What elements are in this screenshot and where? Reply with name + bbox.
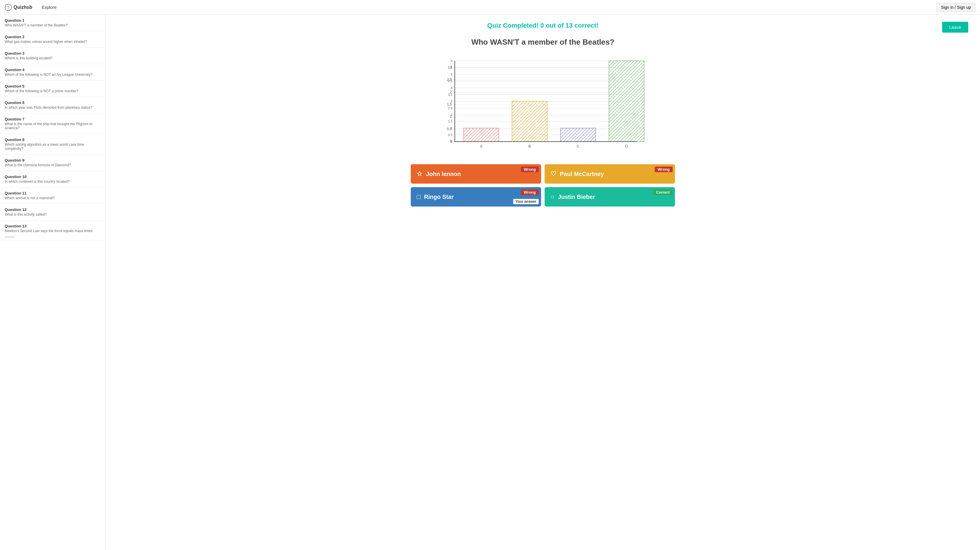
sidebar-item-subtitle: Where is this building located? [5,56,101,60]
svg-text:2.5: 2.5 [448,106,452,110]
sidebar-item-subtitle: What gas makes voices sound higher when … [5,40,101,44]
svg-rect-55 [560,128,596,142]
sidebar-item-1[interactable]: Question 1 Who WASN'T a member of the Be… [0,15,105,31]
logo-icon: ? [5,4,12,11]
sidebar-item-subtitle: Which of the following is NOT an Ivy Lea… [5,73,101,77]
svg-text:0.5: 0.5 [448,133,452,137]
sidebar: Question 1 Who WASN'T a member of the Be… [0,15,106,550]
answer-icon-C: □ [417,193,420,201]
answer-btn-B[interactable]: ♡ Paul McCartney Wrong [545,164,675,183]
answer-label-D: Justin Bieber [558,194,595,200]
leave-button[interactable]: Leave [942,22,968,33]
sidebar-item-subtitle: Which sorting algorithm as a lower worst… [5,142,101,151]
svg-text:4.5: 4.5 [448,79,452,83]
completed-banner: Quiz Completed! 0 out of 13 correct! [118,22,968,29]
sidebar-item-title: Question 2 [5,35,101,39]
sidebar-item-6[interactable]: Question 6 In which year was Pluto demot… [0,97,105,113]
bar-chart: 0 0.5 1 1.5 2 2.5 [437,55,649,155]
answer-icon-A: ☆ [417,170,423,178]
sidebar-item-2[interactable]: Question 2 What gas makes voices sound h… [0,31,105,48]
answer-label-A: John lennon [426,171,461,177]
svg-text:3: 3 [451,100,452,103]
logo[interactable]: ? Quizhub [5,4,32,11]
sidebar-item-8[interactable]: Question 8 Which sorting algorithm as a … [0,134,105,155]
svg-text:5: 5 [451,73,452,76]
sidebar-item-5[interactable]: Question 5 Which of the following is NOT… [0,81,105,97]
sidebar-item-title: Question 9 [5,158,101,163]
svg-text:D: D [625,144,628,148]
sidebar-item-title: Question 5 [5,84,101,88]
sidebar-item-7[interactable]: Question 7 What is the name of the ship … [0,113,105,134]
svg-text:5.5: 5.5 [448,66,452,69]
svg-text:1.5: 1.5 [448,120,452,123]
sidebar-item-subtitle: Who WASN'T a member of the Beatles? [5,23,101,27]
sidebar-item-title: Question 1 [5,18,101,22]
svg-rect-51 [464,128,499,142]
svg-text:B: B [528,144,531,148]
answer-label-C: Ringo Star [424,194,453,200]
svg-rect-53 [512,101,547,142]
sidebar-item-13[interactable]: Question 13 Newton's Second Law says the… [0,220,105,241]
sidebar-item-subtitle: What is the chemical formula of Diamond? [5,163,101,167]
svg-text:4: 4 [451,86,452,89]
svg-text:6: 6 [451,59,452,62]
chart-container: 0 0.5 1 1.5 2 2.5 [118,55,968,155]
answer-icon-D: ○ [550,193,554,201]
sidebar-item-9[interactable]: Question 9 What is the chemical formula … [0,155,105,171]
answer-grid: ☆ John lennon Wrong ♡ Paul McCartney Wro… [411,164,675,207]
sidebar-item-10[interactable]: Question 10 In which continent is this c… [0,171,105,187]
sidebar-item-subtitle: Which animal is not a mammal? [5,196,101,200]
sidebar-item-title: Question 11 [5,191,101,195]
content-area: Leave Quiz Completed! 0 out of 13 correc… [106,15,980,550]
sidebar-item-subtitle: In which continent is this country locat… [5,180,101,183]
question-title: Who WASN'T a member of the Beatles? [118,38,968,47]
sidebar-item-subtitle: What is the name of the ship that brough… [5,122,101,130]
answer-icon-B: ♡ [550,170,556,178]
answer-btn-A[interactable]: ☆ John lennon Wrong [411,164,541,183]
sidebar-item-title: Question 13 [5,224,101,228]
signin-button[interactable]: Sign in / Sign up [937,3,975,12]
navbar: ? Quizhub Explore Sign in / Sign up [0,0,980,15]
sidebar-item-4[interactable]: Question 4 Which of the following is NOT… [0,64,105,81]
sidebar-item-subtitle: Which of the following is NOT a prime nu… [5,89,101,93]
sidebar-item-title: Question 4 [5,68,101,72]
svg-text:3.5: 3.5 [448,93,452,96]
sidebar-item-12[interactable]: Question 12 What is this activity called… [0,204,105,220]
sidebar-item-title: Question 3 [5,51,101,56]
svg-text:C: C [577,144,579,148]
main-container: Question 1 Who WASN'T a member of the Be… [0,15,980,550]
answer-btn-D[interactable]: ○ Justin Bieber Correct [545,187,675,207]
answer-badge-B: Wrong [655,167,673,172]
sidebar-item-title: Question 7 [5,117,101,121]
answer-label-B: Paul McCartney [560,171,604,177]
svg-text:0: 0 [451,140,452,143]
logo-text: Quizhub [13,5,32,10]
svg-text:2: 2 [451,113,452,116]
sidebar-item-title: Question 6 [5,100,101,105]
svg-text:1: 1 [451,126,452,130]
explore-link[interactable]: Explore [38,5,60,10]
sidebar-item-3[interactable]: Question 3 Where is this building locate… [0,48,105,64]
sidebar-item-title: Question 8 [5,137,101,142]
your-answer-tag: Your answer [513,199,539,204]
sidebar-item-title: Question 10 [5,175,101,179]
answer-badge-A: Wrong [521,167,539,172]
sidebar-item-title: Question 12 [5,207,101,212]
svg-rect-57 [609,61,644,142]
sidebar-item-subtitle: What is this activity called? [5,212,101,217]
sidebar-item-11[interactable]: Question 11 Which animal is not a mammal… [0,187,105,204]
answer-badge-C: Wrong [521,190,539,195]
answer-badge-D: Correct [653,190,673,195]
svg-text:A: A [480,144,483,148]
chart-svg: 0 0.5 1 1.5 2 2.5 [437,55,649,155]
sidebar-item-subtitle: In which year was Pluto demoted from pla… [5,105,101,110]
sidebar-item-subtitle: Newton's Second Law says the force equal… [5,229,101,237]
answer-btn-C[interactable]: □ Ringo Star Wrong Your answer [411,187,541,207]
